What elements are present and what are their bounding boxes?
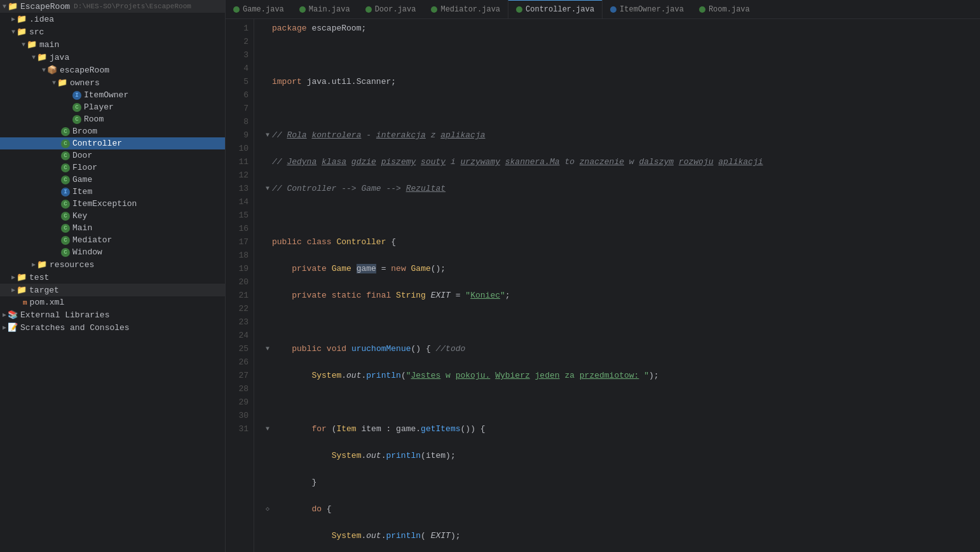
tab-room-icon <box>699 6 705 13</box>
pom-icon: m <box>23 299 27 307</box>
itemex-label: ItemException <box>72 199 137 209</box>
extlib-label: External Libraries <box>20 310 109 320</box>
tab-itemowner[interactable]: ItemOwner.java <box>602 0 691 18</box>
idea-label: .idea <box>29 15 54 24</box>
target-icon: 📁 <box>17 285 27 295</box>
tab-door-icon <box>365 6 372 13</box>
java-arrow: ▼ <box>32 54 36 61</box>
sidebar-item-floor[interactable]: C Floor <box>0 162 225 174</box>
sidebar-item-escaperoom[interactable]: ▼ 📁 EscapeRoom D:\HES-SO\Projets\EscapeR… <box>0 0 225 13</box>
sidebar-item-room[interactable]: C Room <box>0 113 225 125</box>
sidebar-item-java[interactable]: ▼ 📁 java <box>0 51 225 64</box>
tab-main[interactable]: Main.java <box>292 0 358 18</box>
tab-door[interactable]: Door.java <box>358 0 424 18</box>
med-icon: C <box>61 236 70 245</box>
controller-label: Controller <box>72 139 122 148</box>
sidebar-item-player[interactable]: C Player <box>0 101 225 113</box>
tab-game[interactable]: Game.java <box>226 0 292 18</box>
floor-label: Floor <box>72 163 97 172</box>
src-label: src <box>29 27 44 37</box>
tab-itemowner-label: ItemOwner.java <box>620 5 684 14</box>
tab-controller[interactable]: Controller.java <box>508 0 602 18</box>
test-arrow: ▶ <box>11 273 15 281</box>
sidebar-item-extlib[interactable]: ▶ 📚 External Libraries <box>0 308 225 321</box>
idea-folder-icon: 📁 <box>17 14 27 24</box>
controller-icon: C <box>61 139 70 148</box>
pkg-label: escapeRoom <box>60 66 109 75</box>
extlib-arrow: ▶ <box>3 311 6 319</box>
res-arrow: ▶ <box>32 261 36 268</box>
mainc-icon: C <box>61 224 70 233</box>
main-arrow: ▼ <box>22 41 25 48</box>
door-icon: C <box>61 151 70 160</box>
test-icon: 📁 <box>17 272 27 282</box>
scratches-label: Scratches and Consoles <box>20 323 130 333</box>
sidebar-item-resources[interactable]: ▶ 📁 resources <box>0 258 225 271</box>
expand-arrow: ▼ <box>3 3 6 10</box>
sidebar-item-pom[interactable]: m pom.xml <box>0 296 225 308</box>
item-icon: I <box>61 188 70 197</box>
owners-label: owners <box>70 78 100 88</box>
tab-door-label: Door.java <box>375 5 416 14</box>
tab-main-icon <box>299 6 306 13</box>
key-label: Key <box>72 211 87 221</box>
extlib-icon: 📚 <box>8 310 18 320</box>
tab-mediator[interactable]: Mediator.java <box>423 0 508 18</box>
tab-mediator-label: Mediator.java <box>440 5 500 14</box>
pom-label: pom.xml <box>30 298 65 307</box>
tab-room[interactable]: Room.java <box>691 0 758 18</box>
line-numbers: 12345 678910 1112131415 1617181920 21222… <box>226 19 254 552</box>
main-folder-icon: 📁 <box>27 39 37 50</box>
win-label: Window <box>72 247 102 257</box>
sidebar-item-itemexception[interactable]: C ItemException <box>0 198 225 210</box>
tab-mediator-icon <box>431 6 437 13</box>
sidebar-item-window[interactable]: C Window <box>0 246 225 258</box>
sidebar: ▼ 📁 EscapeRoom D:\HES-SO\Projets\EscapeR… <box>0 0 226 552</box>
sidebar-item-game[interactable]: C Game <box>0 174 225 186</box>
sidebar-item-itemowner[interactable]: I ItemOwner <box>0 89 225 101</box>
main-label: main <box>39 40 59 50</box>
java-label: java <box>50 53 69 62</box>
player-icon: C <box>72 103 81 112</box>
tab-bar: Game.java Main.java Door.java Mediator.j… <box>226 0 980 19</box>
key-icon: C <box>61 212 70 221</box>
player-label: Player <box>84 102 114 112</box>
sidebar-item-owners[interactable]: ▼ 📁 owners <box>0 76 225 89</box>
sidebar-item-test[interactable]: ▶ 📁 test <box>0 271 225 284</box>
target-label: target <box>29 286 59 295</box>
sidebar-item-door[interactable]: C Door <box>0 149 225 162</box>
sidebar-item-broom[interactable]: C Broom <box>0 125 225 137</box>
tab-game-icon <box>233 6 240 13</box>
sidebar-item-target[interactable]: ▶ 📁 target <box>0 284 225 296</box>
sidebar-item-scratches[interactable]: ▶ 📝 Scratches and Consoles <box>0 321 225 334</box>
res-icon: 📁 <box>37 259 47 270</box>
sidebar-item-escaperoom-package[interactable]: ▼ 📦 escapeRoom <box>0 64 225 76</box>
sidebar-item-controller[interactable]: C Controller <box>0 137 225 149</box>
code-area[interactable]: package escapeRoom; import java.util.Sca… <box>254 19 980 552</box>
sidebar-item-main[interactable]: ▼ 📁 main <box>0 38 225 51</box>
owners-folder-icon: 📁 <box>57 78 67 88</box>
room-icon: C <box>72 115 81 124</box>
med-label: Mediator <box>72 235 112 245</box>
door-label: Door <box>72 151 92 160</box>
floor-icon: C <box>61 163 70 172</box>
test-label: test <box>29 273 49 282</box>
itemowner-label: ItemOwner <box>84 90 128 100</box>
res-label: resources <box>50 260 94 270</box>
sidebar-item-idea[interactable]: ▶ 📁 .idea <box>0 13 225 25</box>
idea-arrow: ▶ <box>11 15 15 23</box>
mainc-label: Main <box>72 223 92 233</box>
item-label: Item <box>72 187 92 197</box>
sidebar-item-main-class[interactable]: C Main <box>0 222 225 234</box>
sidebar-item-item[interactable]: I Item <box>0 186 225 198</box>
tab-controller-icon <box>516 6 522 13</box>
sidebar-item-mediator[interactable]: C Mediator <box>0 234 225 246</box>
code-container[interactable]: 12345 678910 1112131415 1617181920 21222… <box>226 19 980 552</box>
sidebar-item-src[interactable]: ▼ 📁 src <box>0 25 225 38</box>
scratches-arrow: ▶ <box>3 324 6 331</box>
tab-controller-label: Controller.java <box>526 5 594 14</box>
java-folder-icon: 📁 <box>37 52 47 62</box>
sidebar-item-key[interactable]: C Key <box>0 210 225 222</box>
room-label: Room <box>84 114 104 124</box>
project-name: EscapeRoom <box>20 2 70 11</box>
